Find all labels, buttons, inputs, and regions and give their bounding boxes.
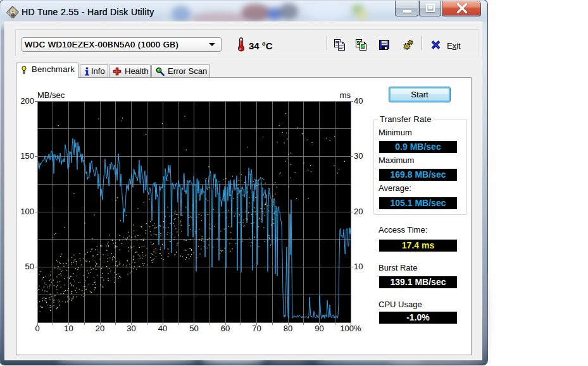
- svg-text:100: 100: [20, 207, 34, 216]
- svg-text:70: 70: [252, 324, 261, 333]
- svg-text:40: 40: [354, 96, 363, 106]
- svg-text:50: 50: [189, 324, 198, 333]
- svg-text:30: 30: [127, 324, 135, 333]
- svg-text:30: 30: [354, 151, 363, 161]
- svg-text:20: 20: [96, 324, 104, 333]
- svg-text:80: 80: [284, 324, 292, 333]
- svg-text:MB/sec: MB/sec: [37, 90, 65, 100]
- svg-text:20: 20: [354, 207, 363, 216]
- svg-text:10: 10: [354, 262, 363, 271]
- svg-text:100%: 100%: [340, 324, 361, 333]
- svg-text:60: 60: [221, 324, 230, 333]
- svg-text:ms: ms: [340, 90, 351, 100]
- svg-text:10: 10: [64, 324, 73, 333]
- svg-text:40: 40: [158, 324, 167, 333]
- svg-text:50: 50: [25, 262, 34, 271]
- svg-text:200: 200: [20, 96, 34, 106]
- svg-text:150: 150: [20, 151, 34, 161]
- svg-text:90: 90: [315, 324, 323, 333]
- svg-text:0: 0: [35, 324, 39, 333]
